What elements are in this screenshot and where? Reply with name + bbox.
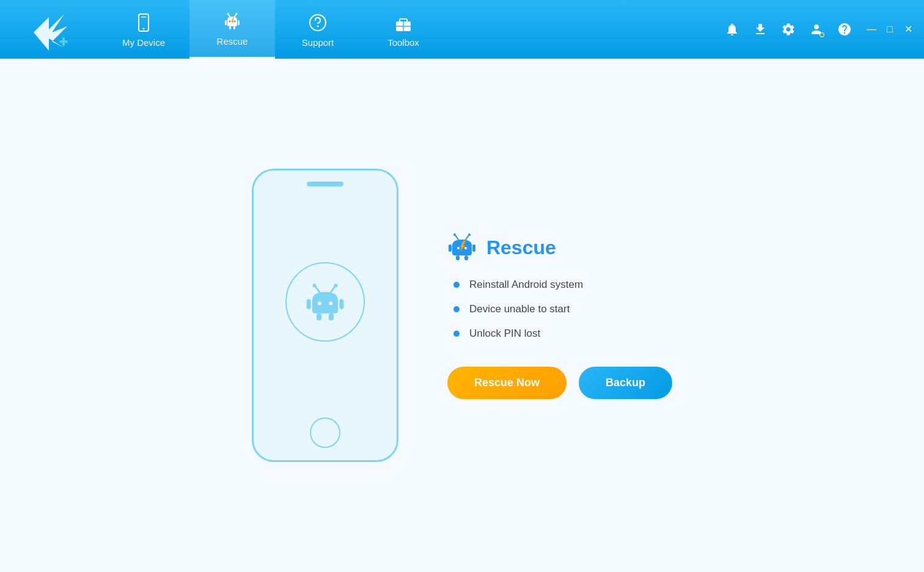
svg-rect-29 [307,299,311,309]
svg-marker-0 [34,14,67,51]
nav-tab-toolbox[interactable]: Toolbox [361,0,446,59]
svg-line-35 [455,235,458,240]
bullet-reinstall: Reinstall Android system [453,279,672,291]
nav-tab-my-device[interactable]: My Device [98,0,189,59]
svg-point-37 [453,233,456,236]
rescue-actions: Rescue Now Backup [447,367,672,399]
svg-line-25 [315,286,320,292]
nav-tabs: My Device [98,0,724,59]
my-device-label: My Device [122,37,165,48]
window-controls: — □ ✕ [865,23,924,35]
minimize-button[interactable]: — [865,23,878,35]
toolbox-icon [392,12,414,34]
svg-rect-31 [317,314,321,321]
svg-rect-40 [472,244,475,252]
svg-point-34 [464,247,467,249]
download-icon[interactable] [752,21,769,38]
svg-point-28 [334,284,338,287]
svg-point-4 [143,28,145,29]
nav-tab-support[interactable]: Support [275,0,361,59]
svg-rect-15 [233,26,235,29]
notifications-icon[interactable] [724,21,741,38]
android-robot-icon [304,280,346,323]
backup-button[interactable]: Backup [579,367,672,399]
bullet-dot-2 [453,306,460,312]
rescue-title-row: Rescue [447,232,672,264]
svg-point-11 [236,13,238,15]
settings-icon[interactable] [780,21,797,38]
svg-rect-32 [329,314,334,321]
rescue-label: Rescue [217,36,248,46]
rescue-nav-icon [221,10,243,32]
header: My Device [0,0,924,59]
support-icon [307,12,329,34]
bullet-dot-1 [453,282,460,288]
online-indicator [820,32,824,37]
svg-point-38 [468,233,471,236]
svg-line-36 [466,235,469,240]
svg-point-24 [329,301,332,305]
phone-illustration [252,169,398,462]
user-avatar[interactable] [808,21,825,38]
phone-body [252,169,398,462]
my-device-icon [133,12,155,34]
support-label: Support [302,37,334,48]
close-button[interactable]: ✕ [902,23,914,35]
bullet-unable-start: Device unable to start [453,303,672,315]
phone-speaker [307,182,343,186]
bullet-text-1: Reinstall Android system [469,279,583,291]
rescue-panel: Rescue Reinstall Android system Device u… [447,232,672,399]
bullet-unlock-pin: Unlock PIN lost [453,328,672,340]
phone-screen [254,186,397,417]
main-content: Rescue Reinstall Android system Device u… [0,59,924,572]
svg-line-26 [331,286,335,292]
svg-rect-2 [62,37,65,46]
rescue-now-button[interactable]: Rescue Now [447,367,566,399]
bullet-text-3: Unlock PIN lost [469,328,540,340]
app-logo [24,8,73,51]
svg-point-10 [227,13,229,15]
phone-home-button [310,417,340,448]
rescue-title: Rescue [486,237,556,259]
svg-rect-41 [456,255,460,260]
svg-rect-12 [225,20,227,25]
svg-point-27 [313,284,317,287]
android-circle [285,262,365,342]
header-actions [724,21,865,38]
svg-rect-5 [141,16,146,18]
svg-point-23 [318,301,321,305]
toolbox-label: Toolbox [387,37,419,48]
rescue-title-icon [447,232,477,264]
nav-tab-rescue[interactable]: Rescue [189,0,275,59]
svg-point-18 [317,25,319,27]
svg-point-33 [457,247,460,249]
svg-rect-13 [238,20,240,25]
help-icon[interactable] [836,21,853,38]
svg-rect-14 [229,26,231,29]
rescue-bullets: Reinstall Android system Device unable t… [447,279,672,340]
bullet-text-2: Device unable to start [469,303,570,315]
svg-rect-42 [464,255,468,260]
maximize-button[interactable]: □ [884,23,896,35]
svg-rect-30 [339,299,343,309]
logo [0,0,98,59]
svg-point-6 [229,21,231,23]
svg-rect-39 [449,244,452,252]
svg-point-7 [234,21,236,23]
bullet-dot-3 [453,331,460,337]
